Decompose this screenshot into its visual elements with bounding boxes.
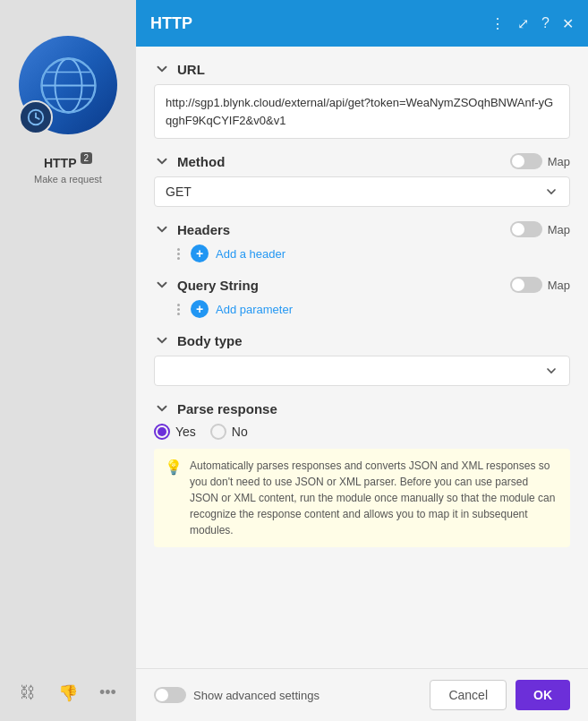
expand-icon[interactable]: ⤢	[517, 15, 529, 32]
footer-buttons: Cancel OK	[430, 680, 570, 710]
method-select[interactable]: GET	[154, 176, 570, 207]
dialog: HTTP ⋮ ⤢ ? ✕ URL http://sgp1.blynk.cloud…	[136, 0, 588, 721]
headers-map-toggle: Map	[510, 221, 570, 237]
headers-title-row: Headers	[154, 221, 230, 237]
url-chevron-icon[interactable]	[154, 61, 170, 77]
headers-chevron-icon[interactable]	[154, 221, 170, 237]
http-icon	[19, 36, 117, 134]
close-icon[interactable]: ✕	[562, 15, 574, 32]
dialog-header: HTTP ⋮ ⤢ ? ✕	[136, 0, 588, 47]
sidebar: HTTP 2 Make a request ⛓ 👎 •••	[0, 0, 136, 721]
dialog-title: HTTP	[150, 14, 192, 33]
http-label: HTTP	[44, 156, 77, 170]
parse-response-yes-label: Yes	[175, 425, 196, 439]
query-string-title: Query String	[177, 278, 259, 293]
body-type-title: Body type	[177, 333, 243, 348]
parse-response-no[interactable]: No	[210, 424, 248, 440]
method-chevron-icon[interactable]	[154, 153, 170, 169]
parse-response-chevron-icon[interactable]	[154, 400, 170, 416]
show-advanced-row: Show advanced settings	[154, 687, 320, 703]
query-string-chevron-icon[interactable]	[154, 277, 170, 293]
method-selected-value: GET	[166, 185, 192, 199]
method-title-row: Method	[154, 153, 225, 169]
http-badge: 2	[81, 152, 93, 164]
sidebar-icon-area: HTTP 2 Make a request	[19, 36, 117, 185]
body-type-select[interactable]	[154, 356, 570, 386]
clock-badge	[19, 100, 53, 134]
parse-response-yes-radio[interactable]	[154, 424, 170, 440]
url-section: URL http://sgp1.blynk.cloud/external/api…	[154, 61, 570, 139]
headers-map-toggle-switch[interactable]	[510, 221, 542, 237]
add-header-button[interactable]: +	[191, 245, 209, 262]
svg-line-8	[36, 117, 39, 119]
body-type-dropdown-icon	[544, 364, 558, 378]
body-type-section: Body type	[154, 332, 570, 386]
dialog-body: URL http://sgp1.blynk.cloud/external/api…	[136, 47, 588, 668]
parse-response-info-text: Automatically parses responses and conve…	[190, 458, 559, 538]
thumb-down-icon[interactable]: 👎	[58, 683, 78, 703]
query-string-map-toggle-switch[interactable]	[510, 277, 542, 293]
method-section: Method Map GET	[154, 153, 570, 207]
help-icon[interactable]: ?	[541, 15, 550, 31]
query-string-title-row: Query String	[154, 277, 259, 293]
body-type-title-row: Body type	[154, 332, 243, 348]
query-string-map-label: Map	[548, 279, 570, 292]
ok-button[interactable]: OK	[516, 680, 570, 710]
url-section-header: URL	[154, 61, 570, 77]
add-parameter-button[interactable]: +	[191, 300, 209, 318]
body-type-section-header: Body type	[154, 332, 570, 348]
url-title: URL	[177, 62, 205, 77]
headers-section: Headers Map + Add a header	[154, 221, 570, 262]
method-title: Method	[177, 154, 225, 169]
method-section-header: Method Map	[154, 153, 570, 169]
cancel-button[interactable]: Cancel	[430, 680, 507, 710]
url-title-row: URL	[154, 61, 205, 77]
query-string-map-toggle: Map	[510, 277, 570, 293]
parse-response-section: Parse response Yes No 💡 Automatically pa…	[154, 400, 570, 547]
body-type-chevron-icon[interactable]	[154, 332, 170, 348]
method-dropdown-icon	[544, 185, 558, 199]
headers-title: Headers	[177, 222, 230, 237]
show-advanced-toggle[interactable]	[154, 687, 186, 703]
method-map-label: Map	[548, 155, 570, 168]
sidebar-bottom-icons: ⛓ 👎 •••	[0, 683, 136, 703]
add-parameter-row: + Add parameter	[154, 300, 570, 318]
dialog-footer: Show advanced settings Cancel OK	[136, 668, 588, 721]
url-value[interactable]: http://sgp1.blynk.cloud/external/api/get…	[154, 84, 570, 139]
info-icon: 💡	[165, 459, 183, 476]
headers-map-label: Map	[548, 223, 570, 236]
parse-response-yes[interactable]: Yes	[154, 424, 196, 440]
method-map-toggle-switch[interactable]	[510, 153, 542, 169]
add-parameter-label[interactable]: Add parameter	[216, 303, 293, 316]
parse-response-radio-row: Yes No	[154, 424, 570, 440]
link-icon[interactable]: ⛓	[20, 683, 36, 703]
parse-response-title-row: Parse response	[154, 400, 277, 416]
add-header-label[interactable]: Add a header	[216, 247, 285, 261]
parse-response-no-label: No	[232, 425, 248, 439]
show-advanced-label: Show advanced settings	[193, 689, 320, 702]
parse-response-title: Parse response	[177, 401, 277, 416]
drag-handle-query	[177, 304, 180, 315]
more-icon[interactable]: •••	[99, 683, 116, 703]
more-vert-icon[interactable]: ⋮	[490, 15, 505, 32]
drag-handle-headers	[177, 248, 180, 260]
parse-response-info-box: 💡 Automatically parses responses and con…	[154, 449, 570, 547]
clock-icon	[26, 107, 46, 127]
http-subtitle: Make a request	[34, 174, 102, 185]
query-string-section-header: Query String Map	[154, 277, 570, 293]
headers-section-header: Headers Map	[154, 221, 570, 237]
parse-response-no-radio[interactable]	[210, 424, 226, 440]
query-string-section: Query String Map + Add parameter	[154, 277, 570, 318]
method-map-toggle: Map	[510, 153, 570, 169]
add-header-row: + Add a header	[154, 245, 570, 262]
dialog-header-icons: ⋮ ⤢ ? ✕	[490, 15, 574, 32]
parse-response-section-header: Parse response	[154, 400, 570, 416]
